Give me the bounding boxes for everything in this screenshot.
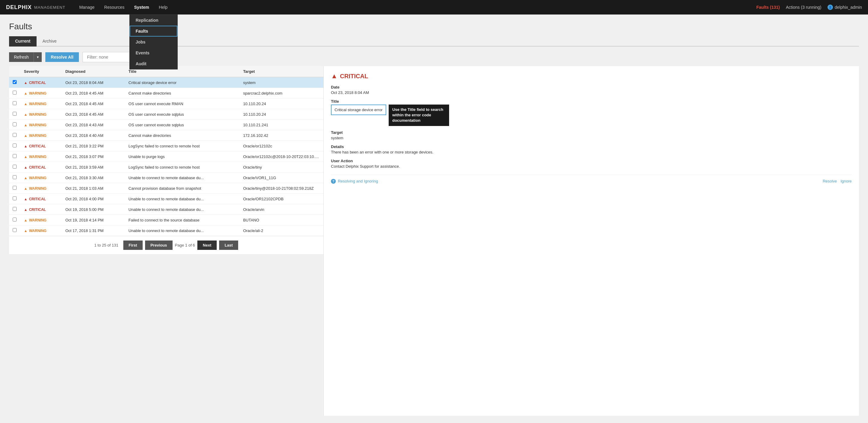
table-row[interactable]: ▲ WARNING Oct 17, 2018 1:31 PM Unable to… (9, 225, 323, 236)
row-severity: ▲ CRITICAL (20, 162, 62, 172)
row-checkbox-cell[interactable] (9, 204, 20, 215)
row-checkbox[interactable] (13, 80, 17, 84)
row-checkbox[interactable] (13, 101, 17, 105)
ignore-button[interactable]: Ignore (840, 179, 852, 184)
faults-badge[interactable]: Faults (131) (756, 5, 780, 10)
row-checkbox-cell[interactable] (9, 194, 20, 204)
severity-triangle-icon: ▲ (24, 134, 28, 138)
refresh-button[interactable]: Refresh (9, 52, 34, 62)
row-checkbox-cell[interactable] (9, 109, 20, 120)
row-checkbox[interactable] (13, 186, 17, 190)
row-checkbox-cell[interactable] (9, 162, 20, 172)
row-checkbox[interactable] (13, 143, 17, 148)
table-row[interactable]: ▲ CRITICAL Oct 20, 2018 4:00 PM Unable t… (9, 194, 323, 204)
detail-title-box[interactable]: Critical storage device error (331, 104, 386, 115)
row-checkbox-cell[interactable] (9, 130, 20, 141)
nav-system[interactable]: System Replication Faults Jobs Events Au… (129, 0, 154, 14)
row-checkbox-cell[interactable] (9, 77, 20, 88)
row-checkbox-cell[interactable] (9, 120, 20, 130)
row-target: Oracle/OR12102CPDB (239, 194, 323, 204)
page-range: 1 to 25 of 131 (94, 243, 119, 248)
table-row[interactable]: ▲ WARNING Oct 23, 2018 4:40 AM Cannot ma… (9, 130, 323, 141)
severity-triangle-icon: ▲ (24, 197, 28, 201)
tab-current[interactable]: Current (9, 36, 37, 46)
next-button[interactable]: Next (197, 240, 217, 250)
severity-badge: ▲ CRITICAL (24, 165, 46, 169)
detail-severity-label: CRITICAL (340, 73, 368, 80)
table-row[interactable]: ▲ WARNING Oct 21, 2018 3:30 AM Unable to… (9, 172, 323, 183)
resolving-link[interactable]: Resolving and Ignoring (338, 179, 378, 184)
table-row[interactable]: ▲ WARNING Oct 23, 2018 4:45 AM OS user c… (9, 98, 323, 109)
resolve-all-button[interactable]: Resolve All (45, 52, 79, 62)
row-title: Unable to connect to remote database du.… (125, 225, 239, 236)
dropdown-faults[interactable]: Faults (130, 26, 178, 37)
row-diagnosed: Oct 23, 2018 4:45 AM (62, 88, 125, 98)
nav-manage[interactable]: Manage (74, 0, 99, 14)
row-title: Unable to connect to remote database du.… (125, 204, 239, 215)
nav-items: Manage Resources System Replication Faul… (74, 0, 756, 14)
severity-badge: ▲ WARNING (24, 176, 46, 180)
tab-archive[interactable]: Archive (37, 36, 63, 46)
row-checkbox[interactable] (13, 165, 17, 169)
detail-date-value: Oct 23, 2018 8:04 AM (331, 90, 852, 95)
table-row[interactable]: ▲ WARNING Oct 23, 2018 4:45 AM OS user c… (9, 109, 323, 120)
nav-resources[interactable]: Resources (99, 0, 129, 14)
row-checkbox[interactable] (13, 91, 17, 95)
dropdown-audit[interactable]: Audit (130, 58, 178, 69)
user-area[interactable]: 👤 delphix_admin (828, 4, 862, 10)
row-title: Unable to purge logs (125, 151, 239, 162)
row-checkbox[interactable] (13, 207, 17, 211)
row-checkbox[interactable] (13, 175, 17, 179)
refresh-dropdown-button[interactable]: ▾ (34, 52, 42, 62)
severity-triangle-icon: ▲ (24, 144, 28, 148)
table-row[interactable]: ▲ WARNING Oct 21, 2018 1:03 AM Cannot pr… (9, 183, 323, 194)
row-checkbox-cell[interactable] (9, 215, 20, 225)
row-checkbox[interactable] (13, 154, 17, 158)
row-diagnosed: Oct 19, 2018 4:14 PM (62, 215, 125, 225)
row-checkbox-cell[interactable] (9, 98, 20, 109)
table-row[interactable]: ▲ WARNING Oct 19, 2018 4:14 PM Failed to… (9, 215, 323, 225)
row-checkbox-cell[interactable] (9, 141, 20, 151)
refresh-btn-group: Refresh ▾ (9, 52, 42, 62)
row-checkbox-cell[interactable] (9, 172, 20, 183)
severity-badge: ▲ WARNING (24, 123, 46, 127)
table-row[interactable]: ▲ CRITICAL Oct 19, 2018 5:00 PM Unable t… (9, 204, 323, 215)
table-row[interactable]: ▲ CRITICAL Oct 21, 2018 3:59 AM LogSync … (9, 162, 323, 172)
row-checkbox[interactable] (13, 196, 17, 200)
severity-triangle-icon: ▲ (24, 112, 28, 117)
page-label: Page 1 of 6 (175, 243, 195, 248)
severity-triangle-icon: ▲ (24, 229, 28, 233)
actions-text[interactable]: Actions (3 running) (786, 5, 822, 10)
row-checkbox[interactable] (13, 228, 17, 232)
dropdown-events[interactable]: Events (130, 47, 178, 58)
resolve-button[interactable]: Resolve (823, 179, 837, 184)
severity-badge: ▲ WARNING (24, 102, 46, 106)
row-target: sparcrac2.delphix.com (239, 88, 323, 98)
row-checkbox[interactable] (13, 122, 17, 126)
table-container: Severity Diagnosed Title Target ▲ CRITIC… (9, 66, 323, 416)
row-checkbox[interactable] (13, 112, 17, 116)
row-checkbox-cell[interactable] (9, 225, 20, 236)
detail-tooltip: Use the Title field to search within the… (389, 104, 449, 126)
dropdown-replication[interactable]: Replication (130, 15, 178, 26)
row-severity: ▲ CRITICAL (20, 141, 62, 151)
fault-tbody: ▲ CRITICAL Oct 23, 2018 8:04 AM Critical… (9, 77, 323, 236)
nav-help[interactable]: Help (154, 0, 173, 14)
table-row[interactable]: ▲ CRITICAL Oct 21, 2018 3:22 PM LogSync … (9, 141, 323, 151)
row-checkbox-cell[interactable] (9, 151, 20, 162)
first-button[interactable]: First (123, 240, 143, 250)
table-row[interactable]: ▲ CRITICAL Oct 23, 2018 8:04 AM Critical… (9, 77, 323, 88)
last-button[interactable]: Last (219, 240, 238, 250)
row-checkbox-cell[interactable] (9, 183, 20, 194)
row-checkbox[interactable] (13, 133, 17, 137)
row-severity: ▲ WARNING (20, 215, 62, 225)
previous-button[interactable]: Previous (145, 240, 173, 250)
table-row[interactable]: ▲ WARNING Oct 21, 2018 3:07 PM Unable to… (9, 151, 323, 162)
row-checkbox[interactable] (13, 218, 17, 222)
table-row[interactable]: ▲ WARNING Oct 23, 2018 4:43 AM OS user c… (9, 120, 323, 130)
row-checkbox-cell[interactable] (9, 88, 20, 98)
dropdown-jobs[interactable]: Jobs (130, 37, 178, 47)
detail-user-action-value: Contact Delphix Support for assistance. (331, 164, 852, 169)
detail-details-section: Details There has been an error with one… (331, 144, 852, 154)
table-row[interactable]: ▲ WARNING Oct 23, 2018 4:45 AM Cannot ma… (9, 88, 323, 98)
